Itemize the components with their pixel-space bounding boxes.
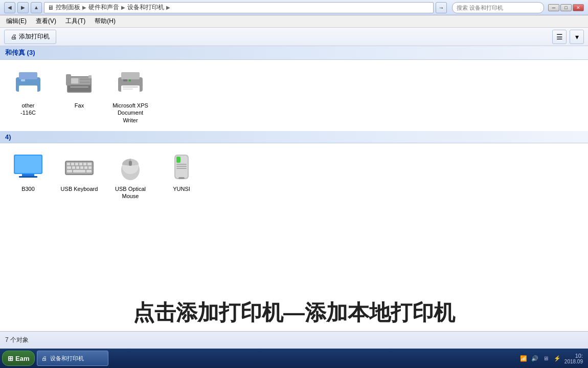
search-box[interactable] xyxy=(452,2,544,13)
svg-rect-38 xyxy=(67,170,72,172)
device-name-xps: Microsoft XPSDocumentWriter xyxy=(112,102,148,124)
add-printer-button[interactable]: 🖨 添加打印机 xyxy=(4,30,56,44)
svg-rect-21 xyxy=(15,156,41,173)
breadcrumb-hw[interactable]: 硬件和声音 xyxy=(88,3,119,12)
start-label: Eam xyxy=(15,355,29,362)
view-toggle-button[interactable]: ☰ xyxy=(552,30,567,44)
up-button[interactable]: ▲ xyxy=(31,2,42,13)
start-orb-icon: ⊞ xyxy=(8,355,13,362)
svg-rect-35 xyxy=(80,166,83,169)
device-name-yunsi: YUNSI xyxy=(173,185,190,192)
printer-svg xyxy=(12,67,44,100)
printers-grid: other-116C Fax xyxy=(0,60,588,131)
clock-display: 10: 2018.09 xyxy=(564,353,583,364)
section-header-printers: 和传真 (3) xyxy=(0,46,588,60)
fax-icon xyxy=(63,67,96,100)
svg-rect-7 xyxy=(80,78,90,80)
list-item[interactable]: Microsoft XPSDocumentWriter xyxy=(107,65,153,126)
svg-rect-36 xyxy=(84,166,87,169)
printer-partial-icon xyxy=(12,67,44,100)
menu-tools[interactable]: 工具(T) xyxy=(61,16,89,27)
xps-printer-icon xyxy=(114,67,147,100)
svg-rect-39 xyxy=(73,170,85,172)
svg-rect-23 xyxy=(19,176,37,178)
breadcrumb-cp[interactable]: 控制面板 xyxy=(56,3,80,12)
taskbar-devices-item[interactable]: 🖨 设备和打印机 xyxy=(37,351,108,366)
xps-svg xyxy=(114,67,147,100)
nav-area: ◀ ▶ ▲ 🖥 控制面板 ▶ 硬件和声音 ▶ 设备和打印机 ▶ → xyxy=(4,2,544,13)
list-item[interactable]: USB Keyboard xyxy=(56,148,102,202)
svg-rect-19 xyxy=(123,89,133,90)
keyboard-icon xyxy=(63,150,96,183)
drive-icon xyxy=(165,150,198,183)
computer-svg xyxy=(12,150,44,183)
menu-bar: 编辑(E) 查看(V) 工具(T) 帮助(H) xyxy=(0,15,588,28)
window-controls: ─ □ ✕ xyxy=(548,4,584,11)
svg-rect-9 xyxy=(68,85,91,92)
breadcrumb-dp[interactable]: 设备和打印机 xyxy=(127,3,164,12)
drive-svg xyxy=(165,150,198,183)
add-printer-label: 添加打印机 xyxy=(19,32,50,41)
power-tray-icon: ⚡ xyxy=(553,354,561,362)
svg-rect-34 xyxy=(76,166,79,169)
computer-partial-icon xyxy=(12,150,44,183)
fax-svg xyxy=(63,67,96,100)
volume-tray-icon: 🔊 xyxy=(531,354,539,362)
svg-rect-1 xyxy=(19,72,37,79)
toolbar: 🖨 添加打印机 ☰ ▾ xyxy=(0,28,588,46)
list-item[interactable]: USB OpticalMouse xyxy=(107,148,153,202)
svg-rect-8 xyxy=(80,81,90,83)
svg-rect-3 xyxy=(21,79,25,81)
taskbar: ⊞ Eam 🖨 设备和打印机 📶 🔊 🖥 ⚡ 10: 2018.09 xyxy=(0,349,588,368)
start-button[interactable]: ⊞ Eam xyxy=(2,351,35,366)
svg-rect-31 xyxy=(87,163,92,165)
status-bar: 7 个对象 xyxy=(0,331,588,349)
svg-rect-17 xyxy=(129,79,131,81)
list-item[interactable]: Fax xyxy=(56,65,102,126)
network-tray-icon: 📶 xyxy=(519,354,528,362)
menu-view[interactable]: 查看(V) xyxy=(32,16,60,27)
svg-rect-29 xyxy=(79,163,82,165)
svg-rect-28 xyxy=(75,163,78,165)
device-name-b300: B300 xyxy=(21,185,35,192)
list-item[interactable]: YUNSI xyxy=(159,148,205,202)
svg-rect-32 xyxy=(67,166,71,169)
title-bar: ◀ ▶ ▲ 🖥 控制面板 ▶ 硬件和声音 ▶ 设备和打印机 ▶ → ─ □ ✕ xyxy=(0,0,588,15)
device-name-mouse: USB OpticalMouse xyxy=(115,185,146,200)
list-item[interactable]: other-116C xyxy=(5,65,51,126)
svg-rect-37 xyxy=(88,166,92,169)
status-count: 7 个对象 xyxy=(5,336,29,344)
svg-rect-30 xyxy=(83,163,86,165)
svg-rect-40 xyxy=(86,170,92,172)
svg-rect-50 xyxy=(176,168,187,169)
add-printer-icon: 🖨 xyxy=(11,33,17,40)
section-header-devices: 4) xyxy=(0,131,588,143)
list-item[interactable]: B300 xyxy=(5,148,51,202)
main-content: 和传真 (3) other-116C xyxy=(0,46,588,331)
svg-rect-48 xyxy=(176,164,187,165)
svg-rect-11 xyxy=(66,74,71,85)
svg-rect-33 xyxy=(72,166,75,169)
svg-rect-18 xyxy=(123,86,138,88)
menu-help[interactable]: 帮助(H) xyxy=(91,16,120,27)
view-menu-button[interactable]: ▾ xyxy=(570,30,584,44)
device-name-partial: other-116C xyxy=(20,102,36,117)
keyboard-svg xyxy=(63,150,96,183)
close-button[interactable]: ✕ xyxy=(573,4,584,11)
svg-rect-16 xyxy=(123,79,127,81)
svg-rect-26 xyxy=(67,163,70,165)
back-button[interactable]: ◀ xyxy=(4,2,15,13)
go-button[interactable]: → xyxy=(436,2,447,13)
taskbar-item-icon: 🖨 xyxy=(41,355,47,361)
maximize-button[interactable]: □ xyxy=(560,4,572,11)
forward-button[interactable]: ▶ xyxy=(17,2,29,13)
search-input[interactable] xyxy=(457,5,539,11)
svg-rect-14 xyxy=(121,72,140,79)
breadcrumb[interactable]: 🖥 控制面板 ▶ 硬件和声音 ▶ 设备和打印机 ▶ xyxy=(44,2,434,13)
breadcrumb-sep2: ▶ xyxy=(121,5,125,10)
minimize-button[interactable]: ─ xyxy=(548,4,559,11)
system-tray: 📶 🔊 🖥 ⚡ 10: 2018.09 xyxy=(516,353,586,364)
svg-rect-2 xyxy=(19,85,37,94)
menu-edit[interactable]: 编辑(E) xyxy=(2,16,31,27)
display-tray-icon: 🖥 xyxy=(542,354,550,362)
